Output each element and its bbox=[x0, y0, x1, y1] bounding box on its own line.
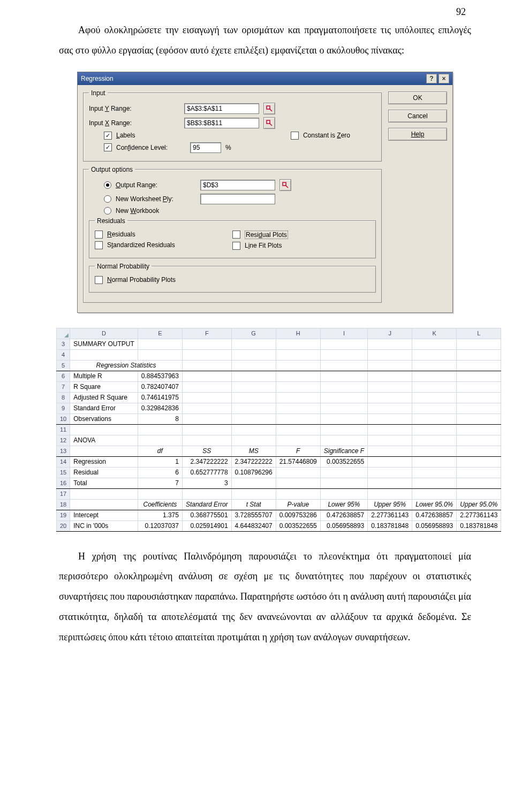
range-select-icon[interactable] bbox=[263, 103, 275, 114]
cell[interactable] bbox=[276, 392, 320, 403]
cell[interactable]: Intercept bbox=[70, 510, 138, 520]
cell[interactable]: 0.003522655 bbox=[320, 456, 367, 467]
cell[interactable]: 3 bbox=[182, 478, 231, 488]
residuals-checkbox[interactable] bbox=[95, 231, 103, 239]
cell[interactable]: 4.644832407 bbox=[231, 520, 276, 531]
cell[interactable]: 8 bbox=[138, 413, 182, 424]
cell[interactable] bbox=[276, 488, 320, 499]
cell[interactable] bbox=[231, 349, 276, 360]
cell[interactable] bbox=[457, 488, 501, 499]
cell[interactable] bbox=[182, 424, 231, 435]
cell[interactable] bbox=[320, 424, 367, 435]
cell[interactable] bbox=[320, 339, 367, 349]
cell[interactable] bbox=[412, 381, 457, 392]
row-header[interactable]: 7 bbox=[57, 381, 70, 392]
cell[interactable]: 2.347222222 bbox=[182, 456, 231, 467]
cell[interactable] bbox=[412, 392, 457, 403]
cell[interactable]: 2.277361143 bbox=[368, 510, 412, 520]
cell[interactable]: ANOVA bbox=[70, 435, 138, 446]
row-header[interactable]: 18 bbox=[57, 499, 70, 510]
row-header[interactable]: 6 bbox=[57, 371, 70, 381]
cell[interactable] bbox=[231, 478, 276, 488]
cell[interactable] bbox=[138, 435, 182, 446]
cell[interactable]: Lower 95.0% bbox=[412, 499, 457, 510]
cell[interactable] bbox=[412, 446, 457, 456]
cell[interactable] bbox=[412, 467, 457, 478]
cell[interactable]: 1.375 bbox=[138, 510, 182, 520]
cell[interactable]: 0.183781848 bbox=[457, 520, 501, 531]
col-header[interactable]: L bbox=[457, 328, 501, 339]
cell[interactable] bbox=[320, 413, 367, 424]
cell[interactable] bbox=[138, 349, 182, 360]
cell[interactable] bbox=[368, 339, 412, 349]
col-header[interactable]: D bbox=[70, 328, 138, 339]
cell[interactable] bbox=[320, 478, 367, 488]
cell[interactable]: 0.884537963 bbox=[138, 371, 182, 381]
cell[interactable] bbox=[368, 381, 412, 392]
cell[interactable] bbox=[320, 435, 367, 446]
cell[interactable] bbox=[276, 371, 320, 381]
cell[interactable] bbox=[368, 446, 412, 456]
cell[interactable]: Observations bbox=[70, 413, 138, 424]
cell[interactable] bbox=[412, 371, 457, 381]
new-worksheet-radio[interactable] bbox=[104, 195, 111, 203]
cell[interactable]: 0.056958893 bbox=[320, 520, 367, 531]
cell[interactable] bbox=[231, 360, 276, 371]
col-header[interactable]: H bbox=[276, 328, 320, 339]
row-header[interactable]: 9 bbox=[57, 403, 70, 413]
constant-zero-checkbox[interactable] bbox=[291, 132, 299, 140]
row-header[interactable]: 4 bbox=[57, 349, 70, 360]
cell[interactable] bbox=[368, 349, 412, 360]
cell[interactable] bbox=[276, 403, 320, 413]
normal-prob-checkbox[interactable] bbox=[95, 276, 103, 284]
cell[interactable] bbox=[457, 424, 501, 435]
cell[interactable]: F bbox=[276, 446, 320, 456]
col-header[interactable]: E bbox=[138, 328, 182, 339]
cell[interactable] bbox=[412, 424, 457, 435]
help-icon[interactable]: ? bbox=[426, 74, 437, 83]
cell[interactable]: 0.183781848 bbox=[368, 520, 412, 531]
cell[interactable] bbox=[320, 371, 367, 381]
cell[interactable] bbox=[457, 467, 501, 478]
cell[interactable] bbox=[368, 413, 412, 424]
cell[interactable] bbox=[457, 435, 501, 446]
cell[interactable] bbox=[457, 371, 501, 381]
cell[interactable] bbox=[368, 360, 412, 371]
cell[interactable] bbox=[276, 478, 320, 488]
cell[interactable] bbox=[368, 456, 412, 467]
cell[interactable] bbox=[231, 488, 276, 499]
cell[interactable] bbox=[368, 371, 412, 381]
cell[interactable] bbox=[231, 424, 276, 435]
cell[interactable] bbox=[457, 339, 501, 349]
cell[interactable] bbox=[276, 424, 320, 435]
cell[interactable]: Regression bbox=[70, 456, 138, 467]
labels-checkbox[interactable]: ✓ bbox=[104, 132, 112, 140]
cell[interactable]: 0.003522655 bbox=[276, 520, 320, 531]
cell[interactable]: Adjusted R Square bbox=[70, 392, 138, 403]
new-worksheet-value[interactable] bbox=[200, 194, 275, 204]
cell[interactable] bbox=[320, 392, 367, 403]
row-header[interactable]: 15 bbox=[57, 467, 70, 478]
cell[interactable]: 1 bbox=[138, 456, 182, 467]
cell[interactable] bbox=[412, 339, 457, 349]
input-y-range[interactable]: $A$3:$A$11 bbox=[184, 103, 259, 114]
row-header[interactable]: 13 bbox=[57, 446, 70, 456]
cell[interactable] bbox=[276, 349, 320, 360]
row-header[interactable]: 10 bbox=[57, 413, 70, 424]
cell[interactable] bbox=[276, 435, 320, 446]
cell[interactable] bbox=[231, 403, 276, 413]
cell[interactable] bbox=[231, 339, 276, 349]
cell[interactable] bbox=[368, 488, 412, 499]
col-header[interactable]: J bbox=[368, 328, 412, 339]
row-header[interactable]: 16 bbox=[57, 478, 70, 488]
cell[interactable]: 7 bbox=[138, 478, 182, 488]
cell[interactable] bbox=[412, 360, 457, 371]
cell[interactable] bbox=[182, 403, 231, 413]
cell[interactable] bbox=[70, 488, 138, 499]
cell[interactable]: Coefficients bbox=[138, 499, 182, 510]
close-icon[interactable]: × bbox=[439, 74, 449, 83]
range-select-icon[interactable] bbox=[279, 179, 291, 191]
row-header[interactable]: 3 bbox=[57, 339, 70, 349]
cell[interactable] bbox=[368, 424, 412, 435]
cell[interactable]: Significance F bbox=[320, 446, 367, 456]
